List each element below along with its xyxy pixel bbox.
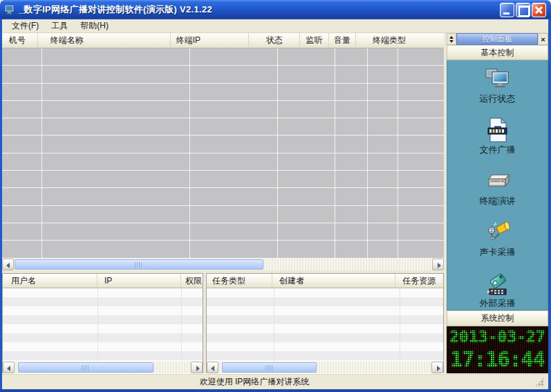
grid-line [97, 288, 98, 362]
col-header-username[interactable]: 用户名 [3, 274, 97, 288]
panel-item-file-broadcast[interactable]: 文件广播 [447, 118, 548, 156]
tasks-table-body[interactable] [207, 288, 443, 362]
grid-line [335, 48, 335, 259]
app-icon [4, 4, 16, 15]
scroll-right-icon[interactable] [191, 362, 203, 373]
tasks-table-header: 任务类型 创建者 任务资源 [207, 274, 443, 288]
users-panel: 用户名 IP 权限 [2, 273, 203, 373]
window-border-right [548, 19, 551, 389]
grid-line [400, 288, 400, 362]
grid-line [181, 288, 182, 362]
users-table-header: 用户名 IP 权限 [3, 274, 203, 288]
arrow-up-icon [449, 36, 454, 39]
maximize-button[interactable] [516, 3, 530, 17]
grid-line [274, 288, 274, 362]
control-panel-title: 控制面板 [456, 33, 538, 45]
arrow-down-icon [449, 40, 454, 43]
window-border-bottom [0, 389, 551, 392]
run-status-icon [485, 66, 510, 91]
tasks-panel: 任务类型 创建者 任务资源 [206, 273, 444, 373]
clock-date: 2013-03-27 [447, 326, 548, 347]
status-bar: 欢迎使用 IP网络广播对讲系统 [2, 373, 548, 389]
panel-close-icon[interactable]: × [538, 33, 548, 45]
window-title: _数字IP网络广播对讲控制软件(演示版) V2.1.22 [19, 3, 212, 16]
col-header-task-type[interactable]: 任务类型 [207, 274, 272, 288]
col-header-monitor[interactable]: 监听 [300, 33, 329, 48]
minimize-button[interactable] [500, 3, 514, 17]
col-header-permission[interactable]: 权限 [181, 274, 203, 288]
panel-item-label: 文件广播 [480, 144, 516, 156]
grid-line [398, 48, 398, 259]
panel-item-label: 终端演讲 [480, 195, 516, 207]
grid-line [277, 48, 278, 259]
scrollbar-thumb[interactable] [222, 362, 317, 373]
panel-item-soundcard-capture[interactable]: 声卡采播 [447, 220, 548, 259]
terminal-table-body[interactable] [2, 48, 444, 259]
scroll-right-icon[interactable] [432, 259, 444, 270]
soundcard-capture-icon [485, 220, 510, 245]
dock-toggle-button[interactable] [447, 33, 456, 45]
grid-line [367, 48, 368, 259]
control-panel: 控制面板 × 基本控制 [447, 33, 548, 373]
scrollbar-thumb[interactable] [18, 362, 153, 373]
users-table-hscrollbar[interactable] [3, 362, 203, 373]
menu-bar: 文件(F) 工具 帮助(H) [2, 19, 548, 33]
col-header-user-ip[interactable]: IP [97, 274, 181, 288]
col-header-task-resource[interactable]: 任务资源 [395, 274, 443, 288]
menu-file[interactable]: 文件(F) [6, 19, 45, 33]
panel-item-external-capture[interactable]: 外部采播 [447, 271, 548, 310]
col-header-terminal-type[interactable]: 终端类型 [356, 33, 444, 48]
terminal-table-header: 机号 终端名称 终端IP 状态 监听 音量 终端类型 [2, 33, 444, 48]
clock-time: 17:16:44 [447, 347, 548, 372]
panel-item-run-status[interactable]: 运行状态 [447, 66, 548, 105]
menu-tools[interactable]: 工具 [45, 19, 74, 33]
basic-control-area: 运行状态 [447, 60, 548, 310]
terminal-speech-icon [485, 169, 511, 194]
led-clock: 2013-03-27 17:16:44 [447, 326, 548, 373]
file-broadcast-icon [487, 118, 508, 142]
terminal-table-hscrollbar[interactable] [2, 259, 444, 270]
panel-item-label: 外部采播 [480, 297, 516, 310]
panel-item-label: 声卡采播 [480, 246, 516, 259]
panel-item-label: 运行状态 [480, 93, 516, 105]
menu-help[interactable]: 帮助(H) [74, 19, 115, 33]
app-window: _数字IP网络广播对讲控制软件(演示版) V2.1.22 文件(F) 工具 帮助… [0, 0, 551, 392]
scroll-left-icon[interactable] [2, 259, 14, 270]
scrollbar-thumb[interactable] [15, 259, 263, 270]
scroll-right-icon[interactable] [431, 362, 443, 373]
close-button[interactable] [532, 3, 546, 17]
col-header-terminal-ip[interactable]: 终端IP [171, 33, 250, 48]
col-header-volume[interactable]: 音量 [329, 33, 356, 48]
panel-item-terminal-speech[interactable]: 终端演讲 [447, 169, 548, 207]
tasks-table-hscrollbar[interactable] [207, 362, 443, 373]
col-header-machine-no[interactable]: 机号 [2, 33, 38, 48]
status-message: 欢迎使用 IP网络广播对讲系统 [200, 376, 351, 388]
col-header-creator[interactable]: 创建者 [272, 274, 395, 288]
col-header-terminal-name[interactable]: 终端名称 [38, 33, 171, 48]
control-panel-caption: 控制面板 × [447, 33, 548, 45]
grid-line [189, 48, 190, 259]
basic-control-section[interactable]: 基本控制 [447, 45, 548, 60]
scroll-left-icon[interactable] [207, 362, 218, 373]
grid-line [41, 48, 42, 259]
system-control-section[interactable]: 系统控制 [447, 310, 548, 326]
external-capture-icon [485, 271, 510, 296]
users-table-body[interactable] [3, 288, 203, 362]
scroll-left-icon[interactable] [3, 362, 15, 373]
titlebar: _数字IP网络广播对讲控制软件(演示版) V2.1.22 [0, 0, 551, 19]
col-header-status[interactable]: 状态 [249, 33, 300, 48]
resize-grip-icon[interactable] [535, 377, 544, 386]
